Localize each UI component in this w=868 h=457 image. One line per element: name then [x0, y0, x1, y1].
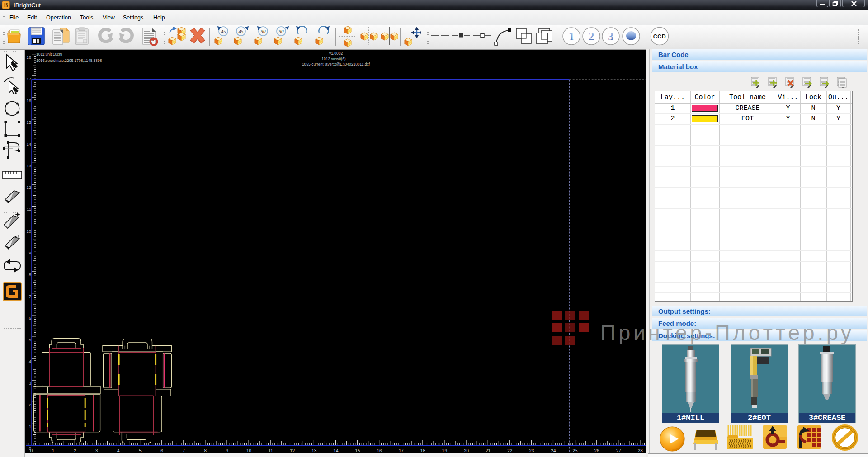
- svg-text:18: 18: [26, 55, 31, 60]
- svg-text:90: 90: [261, 28, 266, 34]
- svg-text:8: 8: [29, 272, 31, 277]
- svg-text:45: 45: [239, 28, 244, 34]
- svg-text:1011:unit:10cm: 1011:unit:10cm: [36, 52, 62, 57]
- svg-text:7: 7: [29, 294, 31, 299]
- svg-text:6: 6: [29, 316, 31, 320]
- svg-text:11: 11: [27, 207, 31, 212]
- svg-text:B: B: [4, 2, 8, 9]
- svg-text:1012:view0(6): 1012:view0(6): [321, 57, 346, 61]
- svg-text:1056:coordinate:2295.1708,1148: 1056:coordinate:2295.1708,1148.8898: [36, 58, 102, 63]
- svg-text:14: 14: [26, 141, 31, 146]
- svg-text:4: 4: [29, 359, 31, 364]
- svg-text:1: 1: [29, 424, 31, 429]
- svg-text:5: 5: [29, 337, 31, 342]
- svg-text:13: 13: [26, 163, 31, 168]
- svg-text:3: 3: [608, 30, 614, 43]
- svg-text:2: 2: [29, 402, 31, 407]
- svg-text:9: 9: [29, 250, 31, 255]
- svg-text:10: 10: [26, 229, 31, 234]
- svg-text:17: 17: [26, 76, 31, 81]
- svg-text:2: 2: [589, 30, 594, 43]
- svg-text:90: 90: [279, 28, 284, 34]
- svg-text:12: 12: [26, 185, 31, 190]
- svg-text:15: 15: [26, 120, 31, 125]
- svg-text:3: 3: [29, 381, 31, 386]
- svg-text:1: 1: [569, 30, 575, 43]
- svg-text:1055:current layer:2@E:\040218: 1055:current layer:2@E:\040218011.dxf: [302, 62, 370, 66]
- svg-text:v1.0002: v1.0002: [329, 51, 343, 56]
- svg-text:16: 16: [26, 98, 31, 103]
- svg-text:45: 45: [221, 28, 226, 34]
- svg-text:CCD: CCD: [653, 33, 666, 40]
